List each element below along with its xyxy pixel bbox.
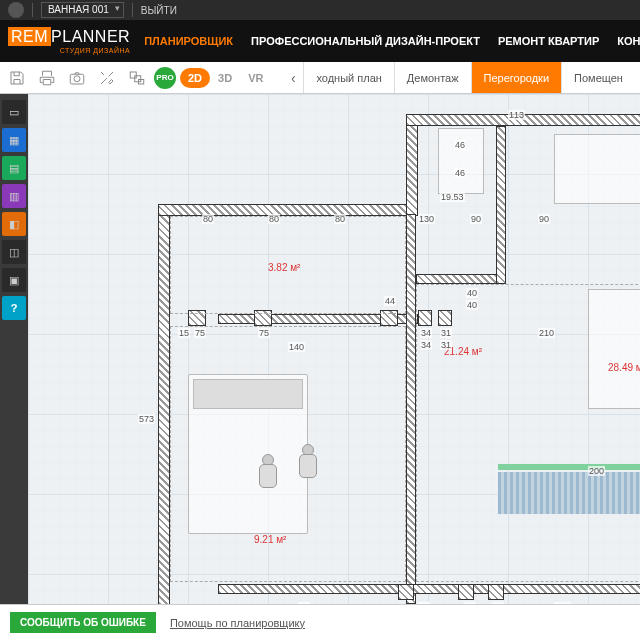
camera-icon[interactable] bbox=[64, 65, 90, 91]
area-label: 28.49 м² bbox=[608, 362, 640, 373]
dim-label: 31 bbox=[440, 340, 452, 350]
dim-label: 80 bbox=[268, 214, 280, 224]
logo-rem: REM bbox=[8, 27, 51, 46]
person-icon bbox=[258, 454, 276, 488]
save-icon[interactable] bbox=[4, 65, 30, 91]
view-vr[interactable]: VR bbox=[240, 68, 271, 88]
pro-badge[interactable]: PRO bbox=[154, 67, 176, 89]
wall bbox=[496, 126, 506, 284]
pillar bbox=[458, 584, 474, 600]
pillar bbox=[488, 584, 504, 600]
workspace: ▭ ▦ ▤ ▥ ◧ ◫ ▣ ? bbox=[0, 94, 640, 604]
dim-label: 44 bbox=[384, 296, 396, 306]
dim-label: 46 bbox=[454, 140, 466, 150]
tool-furniture[interactable]: ◧ bbox=[2, 212, 26, 236]
toolbar: PRO 2D 3D VR ‹ ходный план Демонтаж Пере… bbox=[0, 62, 640, 94]
footer: СООБЩИТЬ ОБ ОШИБКЕ Помощь по планировщик… bbox=[0, 604, 640, 640]
nav-contacts[interactable]: КОНТ bbox=[617, 35, 640, 47]
tab-rooms[interactable]: Помещен bbox=[561, 62, 635, 93]
furniture-sofa-right bbox=[588, 289, 640, 409]
dim-label: 55 bbox=[464, 602, 476, 604]
layers-icon[interactable] bbox=[124, 65, 150, 91]
tool-dimensions[interactable]: ◫ bbox=[2, 240, 26, 264]
logo-planner: PLANNER bbox=[51, 28, 130, 45]
dim-label: 46 bbox=[454, 168, 466, 178]
area-label: 9.21 м² bbox=[254, 534, 286, 545]
wall bbox=[158, 204, 170, 604]
project-name: ВАННАЯ 001 bbox=[48, 4, 109, 15]
dim-label: 75 bbox=[194, 328, 206, 338]
dim-label: 113 bbox=[508, 110, 525, 120]
dim-label: 200 bbox=[588, 466, 605, 476]
dim-label: 80 bbox=[202, 214, 214, 224]
svg-rect-3 bbox=[135, 75, 141, 81]
dim-label: 573 bbox=[138, 414, 155, 424]
furniture-sofa-top bbox=[554, 134, 640, 204]
dim-label: 19.53 bbox=[440, 192, 465, 202]
furniture-bed bbox=[188, 374, 308, 534]
tool-select[interactable]: ▭ bbox=[2, 100, 26, 124]
tab-partitions[interactable]: Перегородки bbox=[471, 62, 562, 93]
dim-label: 34 bbox=[420, 328, 432, 338]
tab-source-plan[interactable]: ходный план bbox=[303, 62, 393, 93]
dim-label: 90 bbox=[470, 214, 482, 224]
area-label: 3.82 м² bbox=[268, 262, 300, 273]
furniture-cabinet bbox=[438, 128, 484, 194]
report-error-button[interactable]: СООБЩИТЬ ОБ ОШИБКЕ bbox=[10, 612, 156, 633]
avatar[interactable] bbox=[8, 2, 24, 18]
person-icon bbox=[298, 444, 316, 478]
floor-strip bbox=[498, 472, 640, 514]
tool-help[interactable]: ? bbox=[2, 296, 26, 320]
svg-rect-2 bbox=[130, 72, 136, 78]
dim-label: 40 bbox=[466, 300, 478, 310]
dim-label: 34 bbox=[420, 340, 432, 350]
tabs-prev-icon[interactable]: ‹ bbox=[283, 70, 303, 86]
dim-label: 140 bbox=[288, 342, 305, 352]
navbar: REMPLANNER Студия дизайна ПЛАНИРОВЩИК ПР… bbox=[0, 20, 640, 62]
logo[interactable]: REMPLANNER Студия дизайна bbox=[8, 29, 130, 54]
project-select[interactable]: ВАННАЯ 001 bbox=[41, 2, 124, 18]
dim-label: 15 bbox=[178, 328, 190, 338]
view-2d[interactable]: 2D bbox=[180, 68, 210, 88]
dim-label: 40 bbox=[466, 288, 478, 298]
dim-label: 65 bbox=[418, 602, 430, 604]
floor-plan: 3.82 м² 9.21 м² 21.24 м² 28.49 м² 113 46… bbox=[158, 114, 640, 604]
separator bbox=[32, 3, 33, 17]
print-icon[interactable] bbox=[34, 65, 60, 91]
dim-label: 85 bbox=[298, 602, 310, 604]
tool-walls[interactable]: ▦ bbox=[2, 128, 26, 152]
view-tabs: 2D 3D VR bbox=[180, 68, 271, 88]
dim-label: 110 bbox=[554, 602, 571, 604]
tab-demolition[interactable]: Демонтаж bbox=[394, 62, 471, 93]
canvas[interactable]: 3.82 м² 9.21 м² 21.24 м² 28.49 м² 113 46… bbox=[28, 94, 640, 604]
tool-windows[interactable]: ▥ bbox=[2, 184, 26, 208]
tools-icon[interactable] bbox=[94, 65, 120, 91]
wall bbox=[416, 274, 506, 284]
side-toolbar: ▭ ▦ ▤ ▥ ◧ ◫ ▣ ? bbox=[0, 94, 28, 604]
green-wall bbox=[498, 464, 640, 470]
nav-planner[interactable]: ПЛАНИРОВЩИК bbox=[144, 35, 233, 47]
wall bbox=[218, 584, 640, 594]
nav-renovation[interactable]: РЕМОНТ КВАРТИР bbox=[498, 35, 599, 47]
nav-design-project[interactable]: ПРОФЕССИОНАЛЬНЫЙ ДИЗАЙН-ПРОЕКТ bbox=[251, 35, 480, 47]
dim-label: 31 bbox=[440, 328, 452, 338]
logo-subtitle: Студия дизайна bbox=[8, 47, 130, 54]
dim-label: 80 bbox=[334, 214, 346, 224]
view-3d[interactable]: 3D bbox=[210, 68, 240, 88]
topbar: ВАННАЯ 001 ВЫЙТИ bbox=[0, 0, 640, 20]
separator bbox=[132, 3, 133, 17]
dim-label: 130 bbox=[418, 214, 435, 224]
dim-label: 75 bbox=[258, 328, 270, 338]
tool-text[interactable]: ▣ bbox=[2, 268, 26, 292]
main-nav: ПЛАНИРОВЩИК ПРОФЕССИОНАЛЬНЫЙ ДИЗАЙН-ПРОЕ… bbox=[144, 35, 640, 47]
logout-link[interactable]: ВЫЙТИ bbox=[141, 5, 177, 16]
dim-label: 90 bbox=[538, 214, 550, 224]
tool-doors[interactable]: ▤ bbox=[2, 156, 26, 180]
svg-point-1 bbox=[74, 75, 80, 81]
help-link[interactable]: Помощь по планировщику bbox=[170, 617, 305, 629]
wall bbox=[406, 114, 418, 216]
dim-label: 55 bbox=[492, 602, 504, 604]
plan-tabs: ‹ ходный план Демонтаж Перегородки Помещ… bbox=[283, 62, 635, 93]
pillar bbox=[398, 584, 414, 600]
dim-label: 210 bbox=[538, 328, 555, 338]
